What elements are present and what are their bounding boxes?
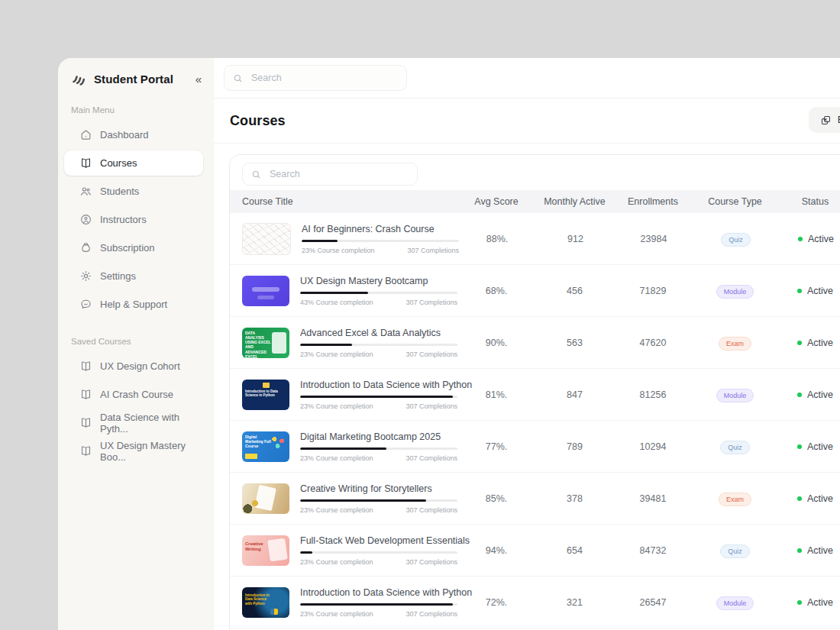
- book-icon: [79, 360, 92, 373]
- course-type-badge: Exam: [719, 337, 751, 351]
- sidebar-item-subscription[interactable]: Subscription: [64, 235, 203, 260]
- sidebar-item-label: UX Design Cohort: [100, 360, 180, 372]
- sidebar-collapse-button[interactable]: «: [194, 73, 203, 85]
- column-monthly-active[interactable]: Monthly Active: [535, 196, 615, 207]
- table-row[interactable]: Creative WritingFull-Stack Web Developme…: [230, 525, 840, 577]
- main-menu-list: DashboardCoursesStudentsInstructorsSubsc…: [58, 121, 214, 318]
- course-title-cell: Creative WritingFull-Stack Web Developme…: [230, 535, 458, 566]
- saved-course-ux-design-cohort[interactable]: UX Design Cohort: [64, 354, 203, 379]
- enrollments-value: 39481: [615, 493, 691, 504]
- app-title: Student Portal: [94, 73, 194, 86]
- global-search[interactable]: [224, 65, 407, 91]
- progress-bar: [300, 447, 457, 450]
- sidebar-item-label: Instructors: [100, 214, 147, 225]
- monthly-active-value: 378: [535, 493, 615, 504]
- status-label: Active: [807, 597, 833, 608]
- enrollments-value: 47620: [615, 338, 691, 348]
- course-thumbnail: [242, 483, 289, 514]
- sidebar-item-instructors[interactable]: Instructors: [64, 207, 203, 232]
- course-title-cell: Introduction to Data Science in PythonIn…: [230, 380, 458, 410]
- completion-label: 23% Course completion: [300, 351, 373, 358]
- course-type-badge: Module: [716, 596, 754, 610]
- progress-bar: [300, 551, 457, 554]
- sidebar-item-label: Data Science with Pyth...: [100, 412, 203, 435]
- status-dot: [797, 341, 802, 345]
- completion-label: 43% Course completion: [300, 299, 373, 306]
- progress-labels: 23% Course completion307 Completions: [300, 402, 457, 410]
- sidebar-item-label: Students: [100, 186, 139, 197]
- completions-label: 307 Completions: [407, 247, 459, 254]
- table-search[interactable]: [242, 163, 418, 186]
- avg-score-value: 85%.: [458, 493, 535, 504]
- column-enrollments[interactable]: Enrollments: [615, 196, 691, 207]
- courses-table-card: Course Title Avg Score Monthly Active En…: [229, 154, 840, 630]
- status-cell: Active: [779, 389, 840, 400]
- main-content: Courses Export Course Title Avg Score Mo…: [214, 58, 840, 630]
- course-info: UX Design Mastery Bootcamp43% Course com…: [300, 276, 457, 306]
- status-cell: Active: [780, 234, 840, 244]
- table-row[interactable]: Introduction to Data Science with Python…: [230, 577, 840, 628]
- status-dot: [798, 237, 803, 241]
- course-type-cell: Exam: [691, 335, 779, 351]
- saved-course-data-science-with-pyth[interactable]: Data Science with Pyth...: [64, 410, 203, 435]
- column-avg-score[interactable]: Avg Score: [458, 196, 535, 207]
- course-info: Creative Writing for Storytellers23% Cou…: [300, 483, 457, 514]
- status-label: Active: [807, 493, 833, 504]
- gear-icon: [79, 270, 92, 283]
- course-thumbnail: DATA ANALYSIS USING EXCEL AND ADVANCED E…: [242, 328, 289, 358]
- progress-fill: [302, 240, 338, 242]
- search-icon: [250, 169, 262, 180]
- thumbnail-label: Introduction to Data Science with Python: [242, 587, 273, 606]
- progress-labels: 23% Course completion307 Completions: [300, 610, 457, 618]
- monthly-active-value: 456: [535, 286, 615, 296]
- export-button[interactable]: Export: [809, 107, 840, 133]
- course-title: Digital Marketing Bootcamp 2025: [300, 431, 457, 442]
- column-course-title[interactable]: Course Title: [230, 196, 458, 207]
- enrollments-value: 10294: [615, 441, 691, 452]
- course-type-cell: Module: [691, 283, 779, 299]
- sidebar-item-students[interactable]: Students: [64, 179, 203, 204]
- app-window: Student Portal « Main Menu DashboardCour…: [58, 58, 840, 630]
- sidebar-item-settings[interactable]: Settings: [64, 263, 203, 289]
- progress-bar: [300, 344, 457, 346]
- status-label: Active: [807, 286, 833, 296]
- progress-labels: 23% Course completion307 Completions: [300, 506, 457, 514]
- avg-score-value: 77%.: [458, 441, 535, 452]
- sidebar: Student Portal « Main Menu DashboardCour…: [58, 58, 214, 630]
- sidebar-item-dashboard[interactable]: Dashboard: [64, 122, 203, 147]
- column-course-type[interactable]: Course Type: [691, 196, 779, 207]
- sidebar-item-courses[interactable]: Courses: [64, 150, 203, 176]
- completions-label: 307 Completions: [405, 402, 457, 410]
- status-cell: Active: [779, 545, 840, 556]
- status-label: Active: [808, 234, 834, 244]
- global-search-input[interactable]: [250, 72, 399, 84]
- sidebar-item-help-support[interactable]: Help & Support: [64, 292, 203, 317]
- enrollments-value: 23984: [615, 234, 692, 244]
- column-status[interactable]: Status: [779, 196, 840, 207]
- saved-course-ai-crash-course[interactable]: AI Crash Course: [64, 382, 203, 407]
- enrollments-value: 81256: [615, 389, 691, 400]
- table-row[interactable]: DATA ANALYSIS USING EXCEL AND ADVANCED E…: [230, 317, 840, 369]
- table-row[interactable]: Introduction to Data Science in PythonIn…: [230, 369, 840, 421]
- book-icon: [79, 388, 92, 401]
- status-dot: [797, 600, 802, 605]
- enrollments-value: 26547: [615, 597, 691, 608]
- desktop-background: { "app": { "title": "Student Portal", "c…: [0, 0, 840, 630]
- saved-course-ux-design-mastery-boo[interactable]: UX Design Mastery Boo...: [64, 438, 203, 464]
- progress-bar: [300, 292, 457, 294]
- avg-score-value: 94%.: [458, 545, 535, 556]
- status-dot: [797, 548, 802, 553]
- course-title: Introduction to Data Science with Python: [300, 587, 457, 598]
- progress-bar: [300, 396, 457, 398]
- course-title-cell: UX Design Mastery Bootcamp43% Course com…: [230, 276, 458, 306]
- avg-score-value: 72%.: [458, 597, 535, 608]
- course-title-cell: AI for Beginners: Crash Course23% Course…: [230, 223, 459, 255]
- table-row[interactable]: Digital Marketing Full CourseDigital Mar…: [230, 421, 840, 473]
- sidebar-item-label: UX Design Mastery Boo...: [100, 440, 203, 463]
- course-title: AI for Beginners: Crash Course: [302, 224, 459, 234]
- table-row[interactable]: UX Design Mastery Bootcamp43% Course com…: [230, 265, 840, 317]
- monthly-active-value: 654: [535, 545, 615, 556]
- table-search-input[interactable]: [268, 168, 409, 180]
- table-row[interactable]: AI for Beginners: Crash Course23% Course…: [230, 213, 840, 265]
- table-row[interactable]: Creative Writing for Storytellers23% Cou…: [230, 473, 840, 525]
